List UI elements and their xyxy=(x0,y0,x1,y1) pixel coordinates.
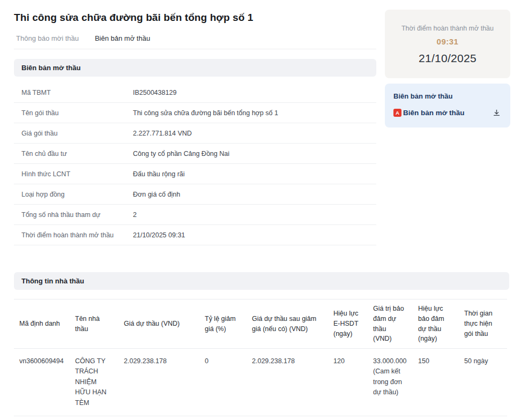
detail-value: IB2500438129 xyxy=(133,89,376,96)
record-section-header: Biên bản mở thầu xyxy=(14,59,376,77)
column-header: Giá dự thầu sau giảm giá (nếu có) (VND) xyxy=(247,299,328,348)
detail-value: 2 xyxy=(133,211,376,219)
completion-time-label: Thời điểm hoàn thành mở thầu xyxy=(385,25,510,32)
column-header: Tên nhà thầu xyxy=(70,299,118,348)
detail-label: Loại hợp đồng xyxy=(21,191,133,198)
detail-row-ma-tbmt: Mã TBMT IB2500438129 xyxy=(14,82,376,103)
column-header: Hiệu lực bảo đảm dự thầu (ngày) xyxy=(413,299,459,348)
cell-ten-nha-thau: CÔNG TY CỔ PHẦN XÂY DỰNG QUÝ LỘC xyxy=(70,416,118,420)
contractors-table: Mã định danh Tên nhà thầu Giá dự thầu (V… xyxy=(14,299,507,420)
completion-time-value: 09:31 xyxy=(385,37,510,46)
pdf-file-icon: A xyxy=(393,109,401,117)
page-title: Thi công sửa chữa đường bãi bến tổng hợp… xyxy=(14,12,376,24)
column-header: Mã định danh xyxy=(14,299,70,348)
cell-ty-le-giam-gia: 0 xyxy=(199,349,247,416)
column-header: Thời gian thực hiện gói thầu xyxy=(459,299,507,348)
column-header: Hiệu lực E-HSDT (ngày) xyxy=(328,299,368,348)
document-file-row: A Biên bản mở thầu xyxy=(393,107,502,118)
detail-label: Tên chủ đầu tư xyxy=(21,150,133,158)
detail-row-loai-hop-dong: Loại hợp đồng Đơn giá cố định xyxy=(14,184,376,205)
cell-gia-du-thau: 2.105.373.914 xyxy=(118,416,199,420)
detail-label: Hình thức LCNT xyxy=(21,170,133,178)
detail-row-hinh-thuc-lcnt: Hình thức LCNT Đấu thầu rộng rãi xyxy=(14,164,376,184)
detail-row-ten-chu-dau-tu: Tên chủ đầu tư Công ty cổ phần Cảng Đồng… xyxy=(14,144,376,164)
main-column: Thi công sửa chữa đường bãi bến tổng hợp… xyxy=(14,0,376,245)
tab-bar: Thông báo mời thầu Biên bản mở thầu xyxy=(14,34,376,49)
document-card-title: Biên bản mở thầu xyxy=(393,92,502,100)
detail-value: 21/10/2025 09:31 xyxy=(133,231,376,239)
column-header: Tỷ lệ giảm giá (%) xyxy=(199,299,247,348)
sidebar: Thời điểm hoàn thành mở thầu 09:31 21/10… xyxy=(385,10,510,128)
cell-hieu-luc-ehsdt: 120 xyxy=(328,349,368,416)
cell-ma-dinh-danh: vn3600609494 xyxy=(14,349,70,416)
cell-bao-dam-du-thau: 33.000.000 (Cam kết trong đơn dự thầu) xyxy=(368,416,413,420)
completion-date-value: 21/10/2025 xyxy=(385,52,510,65)
download-icon[interactable] xyxy=(491,107,502,118)
cell-gia-sau-giam: 2.105.373.914 xyxy=(247,416,328,420)
cell-thoi-gian-thuc-hien: 50 ngày xyxy=(459,416,507,420)
detail-value: Công ty cổ phần Cảng Đồng Nai xyxy=(133,150,376,158)
detail-value: Đơn giá cố định xyxy=(133,191,376,198)
cell-gia-sau-giam: 2.029.238.178 xyxy=(247,349,328,416)
cell-gia-du-thau: 2.029.238.178 xyxy=(118,349,199,416)
record-detail-list: Mã TBMT IB2500438129 Tên gói thầu Thi cô… xyxy=(14,82,376,245)
detail-label: Tên gói thầu xyxy=(21,109,133,117)
column-header: Giá trị bảo đảm dự thầu (VND) xyxy=(368,299,413,348)
cell-hieu-luc-bao-dam: 150 xyxy=(413,349,459,416)
tab-bien-ban-mo-thau[interactable]: Biên bản mở thầu xyxy=(95,34,150,42)
completion-time-card: Thời điểm hoàn thành mở thầu 09:31 21/10… xyxy=(385,10,510,78)
detail-label: Tổng số nhà thầu tham dự xyxy=(21,211,133,219)
detail-row-tong-so-nha-thau: Tổng số nhà thầu tham dự 2 xyxy=(14,205,376,225)
cell-hieu-luc-bao-dam: 150 xyxy=(413,416,459,420)
contractors-section-header: Thông tin nhà thầu xyxy=(14,272,509,290)
detail-label: Mã TBMT xyxy=(21,89,133,96)
detail-row-ten-goi-thau: Tên gói thầu Thi công sửa chữa đường bãi… xyxy=(14,103,376,123)
cell-ma-dinh-danh: vn0313335533 xyxy=(14,416,70,420)
cell-ty-le-giam-gia: 0 xyxy=(199,416,247,420)
detail-row-gia-goi-thau: Giá gói thầu 2.227.771.814 VND xyxy=(14,123,376,144)
detail-value: Thi công sửa chữa đường bãi bến tổng hợp… xyxy=(133,109,376,117)
detail-row-thoi-diem-hoan-thanh: Thời điểm hoàn thành mở thầu 21/10/2025 … xyxy=(14,225,376,245)
tab-thong-bao-moi-thau[interactable]: Thông báo mời thầu xyxy=(16,34,79,42)
document-card: Biên bản mở thầu A Biên bản mở thầu xyxy=(385,84,510,128)
document-file-link[interactable]: Biên bản mở thầu xyxy=(403,109,465,117)
cell-thoi-gian-thuc-hien: 50 ngày xyxy=(459,349,507,416)
contractors-table-header-row: Mã định danh Tên nhà thầu Giá dự thầu (V… xyxy=(14,299,507,349)
detail-value: 2.227.771.814 VND xyxy=(133,130,376,137)
cell-hieu-luc-ehsdt: 120 xyxy=(328,416,368,420)
cell-bao-dam-du-thau: 33.000.000 (Cam kết trong đơn dự thầu) xyxy=(368,349,413,416)
cell-ten-nha-thau: CÔNG TY TRÁCH NHIỆM HỮU HẠN TÈM xyxy=(70,349,118,416)
table-row: vn3600609494 CÔNG TY TRÁCH NHIỆM HỮU HẠN… xyxy=(14,349,507,416)
detail-label: Thời điểm hoàn thành mở thầu xyxy=(21,231,133,239)
detail-value: Đấu thầu rộng rãi xyxy=(133,170,376,178)
detail-label: Giá gói thầu xyxy=(21,130,133,137)
column-header: Giá dự thầu (VND) xyxy=(118,299,199,348)
table-row: vn0313335533 CÔNG TY CỔ PHẦN XÂY DỰNG QU… xyxy=(14,416,507,420)
tender-detail-page: Thi công sửa chữa đường bãi bến tổng hợp… xyxy=(0,0,521,420)
contractors-section: Thông tin nhà thầu Mã định danh Tên nhà … xyxy=(14,262,509,420)
